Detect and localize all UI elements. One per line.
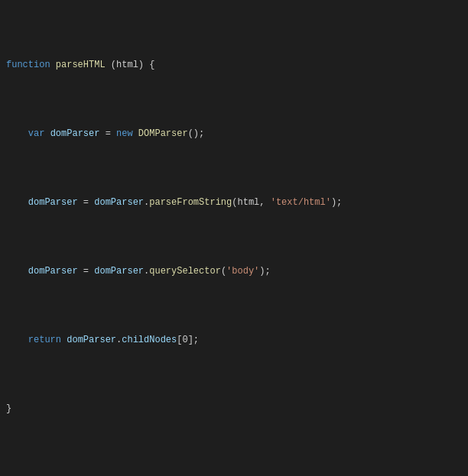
code-line-blank bbox=[0, 471, 468, 476]
code-area: function parseHTML (html) { var domParse… bbox=[0, 0, 468, 476]
code-line-4: domParser = domParser.querySelector('bod… bbox=[0, 264, 468, 278]
code-line-5: return domParser.childNodes[0]; bbox=[0, 333, 468, 347]
console-container: function parseHTML (html) { var domParse… bbox=[0, 0, 468, 476]
code-line-6: } bbox=[0, 402, 468, 416]
code-line-1: function parseHTML (html) { bbox=[0, 58, 468, 72]
code-line-2: var domParser = new DOMParser(); bbox=[0, 127, 468, 141]
code-line-3: domParser = domParser.parseFromString(ht… bbox=[0, 196, 468, 209]
